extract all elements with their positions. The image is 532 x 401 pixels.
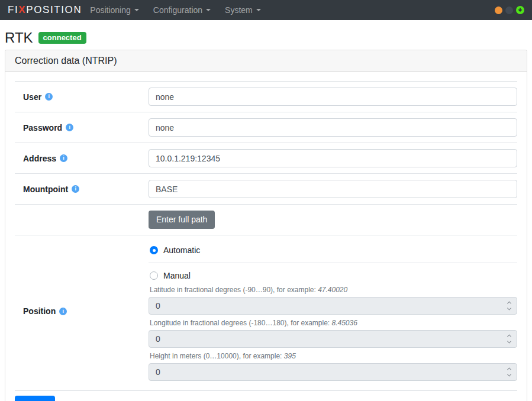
brand-x-glyph: X xyxy=(18,4,26,16)
apply-button[interactable]: Apply xyxy=(15,396,55,401)
height-hint: Height in meters (0…10000), for example:… xyxy=(150,352,517,360)
nav-item-label: Positioning xyxy=(90,5,131,15)
info-icon[interactable]: i xyxy=(59,308,67,315)
update-download-icon[interactable] xyxy=(516,6,524,14)
brand-text-prefix: FI xyxy=(8,4,18,16)
form-row-user: User i xyxy=(15,81,517,112)
address-label: Address xyxy=(23,154,56,163)
position-automatic-option: Automatic xyxy=(149,241,517,263)
brand-logo[interactable]: FIXPOSITION xyxy=(8,4,82,16)
user-input[interactable] xyxy=(149,88,517,106)
latitude-hint: Latitude in fractional degrees (-90…90),… xyxy=(150,286,517,294)
info-icon[interactable]: i xyxy=(45,93,53,101)
radio-manual-label[interactable]: Manual xyxy=(163,271,191,280)
position-manual-option: Manual xyxy=(149,263,517,282)
address-input[interactable] xyxy=(149,149,517,167)
main-content: RTK connected Correction data (NTRIP) Us… xyxy=(0,20,532,401)
status-gray-icon xyxy=(505,7,513,14)
chevron-down-icon xyxy=(134,9,139,11)
nav-item-label: Configuration xyxy=(153,5,202,15)
address-label-group: Address i xyxy=(15,149,149,167)
latitude-input[interactable] xyxy=(149,297,517,315)
status-badge: connected xyxy=(38,32,86,44)
number-stepper-icon xyxy=(508,335,511,343)
form-row-address: Address i xyxy=(15,143,517,173)
card-header: Correction data (NTRIP) xyxy=(5,50,527,72)
nav-menu: Positioning Configuration System xyxy=(90,5,275,15)
user-label: User xyxy=(23,92,41,102)
card-body: User i Password i Addr xyxy=(5,72,527,401)
position-label: Position xyxy=(23,306,56,316)
password-input[interactable] xyxy=(149,118,517,137)
nav-item-positioning[interactable]: Positioning xyxy=(90,5,139,15)
status-indicators xyxy=(495,6,524,14)
apply-row: Apply xyxy=(15,390,517,401)
nav-item-system[interactable]: System xyxy=(225,5,261,15)
height-input[interactable] xyxy=(149,363,517,381)
page-title: RTK xyxy=(5,30,33,46)
form-row-mountpoint: Mountpoint i xyxy=(15,173,517,204)
info-icon[interactable]: i xyxy=(66,124,73,131)
navbar: FIXPOSITION Positioning Configuration Sy… xyxy=(0,0,532,20)
radio-manual[interactable] xyxy=(150,271,158,280)
longitude-input[interactable] xyxy=(149,330,517,348)
longitude-example: 8.45036 xyxy=(332,319,357,327)
height-example: 395 xyxy=(284,352,296,360)
chevron-down-icon xyxy=(256,9,261,11)
info-icon[interactable]: i xyxy=(60,154,67,162)
radio-automatic[interactable] xyxy=(150,246,158,254)
number-stepper-icon xyxy=(508,368,511,376)
position-label-group: Position i xyxy=(15,241,149,381)
number-stepper-icon xyxy=(508,302,511,310)
enter-full-path-button[interactable]: Enter full path xyxy=(149,211,215,229)
latitude-example: 47.40020 xyxy=(318,286,347,294)
radio-automatic-label[interactable]: Automatic xyxy=(163,245,200,255)
chevron-down-icon xyxy=(206,9,211,11)
nav-item-configuration[interactable]: Configuration xyxy=(153,5,211,15)
status-orange-icon xyxy=(495,7,502,14)
password-label: Password xyxy=(23,123,62,132)
form-row-full-path: Enter full path xyxy=(15,204,517,235)
form-row-position: Position i Automatic Manual Latitude in … xyxy=(15,235,517,387)
nav-item-label: System xyxy=(225,5,253,15)
user-label-group: User i xyxy=(15,88,149,106)
password-label-group: Password i xyxy=(15,118,149,137)
brand-text-suffix: POSITION xyxy=(26,4,82,16)
mountpoint-label: Mountpoint xyxy=(23,185,68,194)
info-icon[interactable]: i xyxy=(72,185,79,193)
page-title-row: RTK connected xyxy=(5,30,527,46)
ntrip-card: Correction data (NTRIP) User i Password … xyxy=(5,50,527,401)
mountpoint-label-group: Mountpoint i xyxy=(15,180,149,198)
mountpoint-input[interactable] xyxy=(149,180,517,198)
longitude-hint: Longitude in fractional degrees (-180…18… xyxy=(150,319,517,327)
form-row-password: Password i xyxy=(15,112,517,143)
